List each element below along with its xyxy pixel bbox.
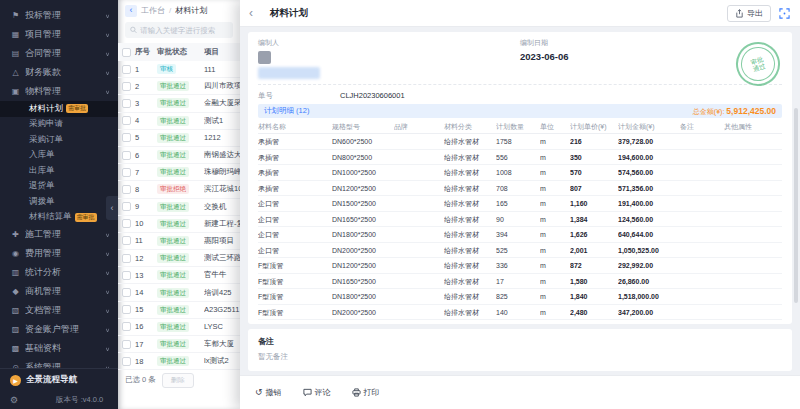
table-row[interactable]: 18审批通过lx测试2 xyxy=(118,353,240,370)
sidebar-item-bid[interactable]: ⚑投标管理∨ xyxy=(0,6,118,25)
back-button[interactable]: ‹ xyxy=(125,5,137,17)
sidebar-collapse-handle[interactable]: ‹ xyxy=(106,196,118,220)
table-row[interactable]: 14审批通过培训425 xyxy=(118,284,240,301)
drawer-actions: 导出 xyxy=(727,5,790,22)
status-cell: 审批通过 xyxy=(157,219,204,229)
table-row[interactable]: 6审批通过南钢盛达大 xyxy=(118,147,240,164)
table-row[interactable]: 17审批通过车都大厦 xyxy=(118,336,240,353)
row-checkbox[interactable] xyxy=(122,99,131,108)
collapse-chevron-icon: ‹ xyxy=(111,203,114,213)
row-checkbox[interactable] xyxy=(122,168,131,177)
row-checkbox[interactable] xyxy=(122,185,131,194)
sidebar-item-label: 调拨单 xyxy=(29,196,55,208)
sidebar-item-purchase-order[interactable]: 采购订单 xyxy=(0,132,118,148)
page-title: 材料计划 xyxy=(270,7,308,20)
row-checkbox[interactable] xyxy=(122,322,131,331)
sidebar-item-purchase-request[interactable]: 采购申请 xyxy=(0,117,118,133)
sidebar-item-contract[interactable]: ▤合同管理∨ xyxy=(0,44,118,63)
sidebar-item-funds[interactable]: ▨资金账户管理∨ xyxy=(0,320,118,339)
sidebar-item-label: 项目管理 xyxy=(25,28,105,41)
base-data-icon: ▩ xyxy=(10,344,21,353)
materials-cell: 347,200.00 xyxy=(618,305,680,321)
table-row[interactable]: 1审核111 xyxy=(118,61,240,78)
status-cell: 审批通过 xyxy=(157,305,204,315)
sidebar-item-material[interactable]: ▣物料管理∨ xyxy=(0,82,118,101)
row-checkbox[interactable] xyxy=(122,116,131,125)
sidebar-item-business[interactable]: ◆商机管理∨ xyxy=(0,282,118,301)
row-checkbox[interactable] xyxy=(122,202,131,211)
sidebar-item-inbound-order[interactable]: 入库单 xyxy=(0,148,118,164)
sidebar-item-document[interactable]: ▧文档管理∨ xyxy=(0,301,118,320)
project-icon: ▦ xyxy=(10,30,21,39)
print-button[interactable]: 打印 xyxy=(352,387,380,398)
approval-badge: 需审批 xyxy=(75,213,97,222)
status-badge: 审批通过 xyxy=(157,167,189,177)
sidebar-item-finance[interactable]: △财务账款∨ xyxy=(0,63,118,82)
sidebar-item-project[interactable]: ▦项目管理∨ xyxy=(0,25,118,44)
approval-badge: 需审批 xyxy=(66,104,88,113)
row-checkbox-cell xyxy=(118,322,135,331)
table-row[interactable]: 7审批通过珠穆朗玛峰 xyxy=(118,164,240,181)
table-row[interactable]: 4审批通过测试1 xyxy=(118,113,240,130)
sidebar-item-statistics[interactable]: ▥统计分析∨ xyxy=(0,263,118,282)
select-all-checkbox[interactable] xyxy=(122,48,131,57)
sidebar-item-label: 采购申请 xyxy=(29,118,63,130)
row-checkbox[interactable] xyxy=(122,151,131,160)
undo-button[interactable]: ↺ 撤销 xyxy=(255,387,282,398)
row-checkbox[interactable] xyxy=(122,65,131,74)
table-row[interactable]: 9审批通过交换机 xyxy=(118,199,240,216)
materials-cell: DN600*2500 xyxy=(332,134,394,150)
sidebar-item-return-order[interactable]: 退货单 xyxy=(0,179,118,195)
fullscreen-button[interactable] xyxy=(779,8,790,19)
materials-cell: 1758 xyxy=(496,134,540,150)
column-header-status: 审批状态 xyxy=(157,47,204,57)
sidebar-item-base-data[interactable]: ▩基础资料∨ xyxy=(0,339,118,358)
project-name: 培训425 xyxy=(204,288,240,298)
search-input[interactable] xyxy=(140,26,228,35)
row-checkbox[interactable] xyxy=(122,236,131,245)
row-checkbox[interactable] xyxy=(122,288,131,297)
sidebar-item-material-plan[interactable]: 材料计划需审批 xyxy=(0,101,118,117)
sidebar-item-material-settlement[interactable]: 材料结算单需审批 xyxy=(0,210,118,226)
sidebar-item-transfer-order[interactable]: 调拨单 xyxy=(0,194,118,210)
comment-button[interactable]: 评论 xyxy=(303,387,331,398)
table-row[interactable]: 11审批通过惠阳项目 xyxy=(118,233,240,250)
row-checkbox[interactable] xyxy=(122,219,131,228)
drawer-scrollbar[interactable] xyxy=(794,108,798,303)
row-checkbox[interactable] xyxy=(122,82,131,91)
sidebar-item-outbound-order[interactable]: 出库单 xyxy=(0,163,118,179)
table-row[interactable]: 8审批拒绝滨江花城10 xyxy=(118,181,240,198)
table-row[interactable]: 5审批通过1212 xyxy=(118,130,240,147)
status-badge: 审批通过 xyxy=(157,236,189,246)
sidebar-item-expense[interactable]: ◉费用管理∨ xyxy=(0,244,118,263)
sidebar-item-system[interactable]: ⊙系统管理∨ xyxy=(0,358,118,368)
row-checkbox[interactable] xyxy=(122,133,131,142)
panorama-nav-button[interactable]: ▶ 全景流程导航 xyxy=(0,369,118,391)
table-row[interactable]: 12审批通过测试三环路 xyxy=(118,250,240,267)
row-checkbox-cell xyxy=(118,288,135,297)
table-row[interactable]: 10审批通过新建工程-复 xyxy=(118,216,240,233)
comment-label: 评论 xyxy=(315,387,331,398)
table-row[interactable]: 13审批通过官牛牛 xyxy=(118,267,240,284)
row-checkbox[interactable] xyxy=(122,271,131,280)
row-checkbox[interactable] xyxy=(122,305,131,314)
materials-cell: 承插管 xyxy=(258,134,332,150)
row-checkbox[interactable] xyxy=(122,254,131,263)
project-name: 车都大厦 xyxy=(204,339,240,349)
gear-icon[interactable]: ⚙ xyxy=(10,395,18,405)
row-checkbox[interactable] xyxy=(122,340,131,349)
drawer-back-icon[interactable]: ‹ xyxy=(249,7,253,19)
materials-cell xyxy=(724,212,782,228)
table-row[interactable]: 15审批通过A23G2511 xyxy=(118,302,240,319)
table-row[interactable]: 2审批通过四川市政项 xyxy=(118,78,240,95)
sidebar-item-construction[interactable]: ✚施工管理∨ xyxy=(0,225,118,244)
table-row[interactable]: 3审批通过金融大厦采 xyxy=(118,95,240,112)
table-row[interactable]: 16审批通过LYSC xyxy=(118,319,240,336)
materials-cell: 给排水管材 xyxy=(444,227,496,243)
export-button[interactable]: 导出 xyxy=(727,5,771,22)
sidebar: ⚑投标管理∨▦项目管理∨▤合同管理∨△财务账款∨▣物料管理∨材料计划需审批采购申… xyxy=(0,0,118,409)
column-header-project: 项目 xyxy=(204,47,240,57)
row-checkbox[interactable] xyxy=(122,357,131,366)
breadcrumb-workbench[interactable]: 工作台 xyxy=(141,5,165,16)
delete-button[interactable]: 删除 xyxy=(162,373,194,388)
